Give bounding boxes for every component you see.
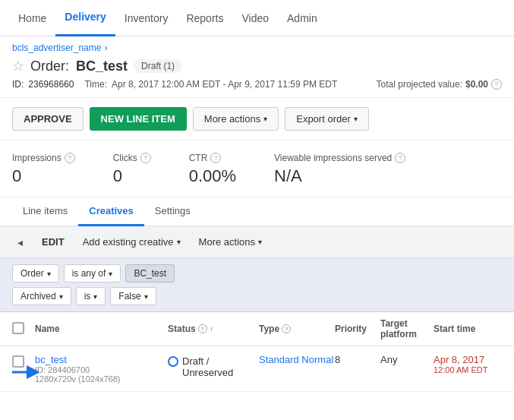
tab-creatives[interactable]: Creatives <box>78 197 144 226</box>
filter-section: Order ▾ is any of ▾ BC_test Archived ▾ i… <box>0 258 514 312</box>
table-header: Name Status ? ↑ Type ? Priority Target p… <box>0 312 514 346</box>
chevron-down-icon-op2: ▾ <box>93 292 97 301</box>
row-name-cell: bc_test ID: 284406700 1280x720v (1024x76… <box>35 354 168 384</box>
viewable-stat: Viewable impressions served ? N/A <box>274 153 405 186</box>
row-status-cell: Draft / Unreserved <box>168 354 259 378</box>
row-type-cell: Standard Normal <box>259 354 335 365</box>
status-circle-icon <box>168 356 178 367</box>
row-type: Standard Normal <box>259 354 333 365</box>
col-name-header: Name <box>35 324 168 334</box>
filter-row-1: Order ▾ is any of ▾ BC_test <box>12 264 502 283</box>
creative-name-link[interactable]: bc_test <box>35 354 168 365</box>
order-id-value: 236968660 <box>28 79 74 90</box>
ctr-stat: CTR ? 0.00% <box>189 153 236 186</box>
filter-field-order[interactable]: Order ▾ <box>12 264 59 283</box>
nav-inventory[interactable]: Inventory <box>115 0 178 36</box>
chevron-down-icon: ▾ <box>263 115 267 123</box>
chevron-down-icon-export: ▾ <box>354 115 358 123</box>
nav-reports[interactable]: Reports <box>177 0 232 36</box>
order-title: Order: BC_test <box>30 58 128 74</box>
help-icon-clicks[interactable]: ? <box>140 153 151 163</box>
row-start-time: 12:00 AM EDT <box>434 365 502 374</box>
export-order-button[interactable]: Export order ▾ <box>285 107 369 131</box>
order-id-label: ID: <box>12 79 24 90</box>
chevron-down-icon-archived: ▾ <box>59 292 63 301</box>
chevron-down-icon-more: ▾ <box>258 238 262 246</box>
help-icon-viewable[interactable]: ? <box>395 153 405 163</box>
nav-home[interactable]: Home <box>9 0 55 36</box>
breadcrumb-link[interactable]: bcls_advertiser_name <box>12 43 101 53</box>
stats-row: Impressions ? 0 Clicks ? 0 CTR ? 0.00% V… <box>0 141 514 197</box>
order-title-row: ☆ Order: BC_test Draft (1) <box>0 55 514 77</box>
creatives-toolbar: ◂ EDIT Add existing creative ▾ More acti… <box>0 226 514 258</box>
clicks-stat: Clicks ? 0 <box>113 153 151 186</box>
draft-badge: Draft (1) <box>134 59 182 73</box>
nav-video[interactable]: Video <box>232 0 278 36</box>
ctr-value: 0.00% <box>189 166 236 186</box>
header-checkbox[interactable] <box>12 322 24 334</box>
row-target-cell: Any <box>380 354 434 365</box>
col-type-header: Type ? <box>259 324 335 334</box>
breadcrumb-separator: › <box>104 43 107 53</box>
col-check-header <box>12 322 35 336</box>
order-time-value: Apr 8, 2017 12:00 AM EDT - Apr 9, 2017 1… <box>112 79 337 90</box>
action-bar: APPROVE NEW LINE ITEM More actions ▾ Exp… <box>0 98 514 141</box>
help-icon-type[interactable]: ? <box>282 324 291 333</box>
chevron-down-icon-false: ▾ <box>144 292 148 301</box>
new-line-item-button[interactable]: NEW LINE ITEM <box>90 107 187 131</box>
filter-operator-is-any-of[interactable]: is any of ▾ <box>64 264 121 283</box>
row-priority: 8 <box>335 354 340 365</box>
row-priority-cell: 8 <box>335 354 380 365</box>
breadcrumb: bcls_advertiser_name › <box>0 36 514 55</box>
edit-button[interactable]: EDIT <box>33 232 73 252</box>
chevron-down-icon-order: ▾ <box>47 270 51 278</box>
toolbar-more-actions-button[interactable]: More actions ▾ <box>191 232 270 252</box>
filter-operator-is[interactable]: is ▾ <box>76 287 106 305</box>
chevron-down-icon-add: ▾ <box>177 238 181 246</box>
clicks-value: 0 <box>113 166 151 186</box>
tabs: Line items Creatives Settings <box>0 197 514 226</box>
row-start-cell: Apr 8, 2017 12:00 AM EDT <box>434 354 502 374</box>
add-existing-creative-button[interactable]: Add existing creative ▾ <box>74 232 189 252</box>
creative-id: ID: 284406700 <box>35 365 168 374</box>
viewable-value: N/A <box>274 166 405 186</box>
col-start-header: Start time <box>434 324 502 334</box>
nav-admin[interactable]: Admin <box>278 0 326 36</box>
impressions-value: 0 <box>12 166 75 186</box>
help-icon-impressions[interactable]: ? <box>65 153 75 163</box>
filter-field-archived[interactable]: Archived ▾ <box>12 287 71 305</box>
order-meta: ID: 236968660 Time: Apr 8, 2017 12:00 AM… <box>0 77 514 97</box>
sort-icon-status[interactable]: ↑ <box>210 324 214 333</box>
table-row: bc_test ID: 284406700 1280x720v (1024x76… <box>0 346 514 392</box>
help-icon-ctr[interactable]: ? <box>210 153 221 163</box>
row-start-date: Apr 8, 2017 <box>434 354 502 365</box>
col-target-header: Target platform <box>380 318 434 339</box>
tab-line-items[interactable]: Line items <box>12 197 78 226</box>
filter-value-false[interactable]: False ▾ <box>110 287 156 305</box>
filter-value-bctest: BC_test <box>125 264 175 283</box>
col-priority-header: Priority <box>335 324 380 334</box>
help-icon-total[interactable]: ? <box>491 79 502 90</box>
row-target: Any <box>380 354 397 365</box>
creative-size: 1280x720v (1024x768) <box>35 374 168 384</box>
star-icon[interactable]: ☆ <box>12 58 24 74</box>
blue-arrow-indicator <box>12 363 39 381</box>
approve-button[interactable]: APPROVE <box>12 107 84 131</box>
impressions-stat: Impressions ? 0 <box>12 153 75 186</box>
chevron-down-icon-op1: ▾ <box>109 270 112 278</box>
col-status-header: Status ? ↑ <box>168 324 259 334</box>
total-value-label: Total projected value: $0.00 ? <box>377 79 502 90</box>
nav-delivery[interactable]: Delivery <box>55 0 115 36</box>
order-time-label: Time: <box>84 79 107 90</box>
tab-settings[interactable]: Settings <box>144 197 201 226</box>
collapse-icon[interactable]: ◂ <box>12 235 27 250</box>
total-value: $0.00 <box>465 79 488 90</box>
top-navigation: Home Delivery Inventory Reports Video Ad… <box>0 0 514 36</box>
more-actions-button[interactable]: More actions ▾ <box>193 107 279 131</box>
help-icon-status[interactable]: ? <box>198 324 207 333</box>
filter-row-2: Archived ▾ is ▾ False ▾ <box>12 287 502 305</box>
order-name: BC_test <box>76 58 128 74</box>
row-status: Draft / Unreserved <box>182 355 259 378</box>
